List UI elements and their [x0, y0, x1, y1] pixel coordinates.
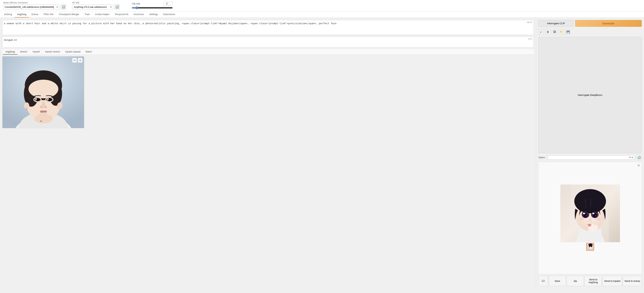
- styles-label: Styles: [538, 156, 546, 159]
- positive-prompt-count: 36/75: [527, 21, 532, 23]
- source-image: [2, 56, 84, 128]
- generated-image-svg: [560, 185, 620, 242]
- clip-skip-value[interactable]: [164, 2, 173, 5]
- svg-point-47: [592, 213, 594, 214]
- subtab-sketch[interactable]: Sketch: [17, 49, 30, 54]
- vae-refresh-btn[interactable]: 🔄: [114, 4, 120, 10]
- checkpoint-section: Stable Diffusion checkpoint CounterfeitV…: [3, 1, 66, 10]
- right-panel: Interrogate CLIP Generate ↙ 🗑 🖼 📁 💾 Inte…: [536, 18, 644, 288]
- styles-chevron-icon[interactable]: ▾: [632, 156, 633, 159]
- svg-point-20: [48, 99, 49, 100]
- nav-tabs: txt2img img2img Extras PNG Info Checkpoi…: [0, 11, 644, 18]
- svg-point-55: [588, 244, 592, 247]
- checkpoint-select-wrap: CounterfeitV30_v30.safetensors [cbfba64e…: [3, 4, 66, 10]
- tab-extras[interactable]: Extras: [29, 11, 41, 17]
- main-layout: 36/75 a woman with a short hair and a wh…: [0, 18, 644, 288]
- svg-point-28: [57, 102, 62, 109]
- folder-open-icon: 🖂: [542, 279, 545, 283]
- subtab-inpaint-sketch[interactable]: Inpaint sketch: [42, 49, 62, 54]
- negative-prompt-area: 1/75 dongwm-nt: [2, 36, 534, 48]
- positive-prompt-textarea[interactable]: a woman with a short hair and a white sh…: [4, 21, 532, 33]
- svg-point-22: [45, 106, 47, 108]
- tab-png-info[interactable]: PNG Info: [41, 11, 56, 17]
- negative-prompt-textarea[interactable]: dongwm-nt: [4, 38, 532, 45]
- subtab-img2img[interactable]: img2img: [3, 49, 17, 54]
- svg-point-29: [26, 108, 27, 109]
- svg-point-40: [586, 215, 587, 216]
- subtab-batch[interactable]: Batch: [83, 49, 94, 54]
- image-icon-btn[interactable]: 🖼: [552, 29, 557, 35]
- generated-image: [560, 185, 620, 242]
- clip-skip-section: Clip skip: [132, 2, 173, 9]
- tab-checkpoint-merger[interactable]: Checkpoint Merger: [56, 11, 82, 17]
- checkpoint-select-container[interactable]: CounterfeitV30_v30.safetensors [cbfba64e…: [3, 4, 60, 9]
- top-bar: Stable Diffusion checkpoint CounterfeitV…: [0, 0, 644, 11]
- styles-refresh-btn[interactable]: 🔄: [636, 155, 642, 160]
- source-image-box[interactable]: ✏ ✕: [2, 56, 84, 128]
- zip-icon-btn[interactable]: 💾: [565, 29, 571, 35]
- svg-point-19: [36, 99, 37, 100]
- output-thumb-strip: [586, 242, 594, 252]
- subtab-inpaint[interactable]: Inpaint: [30, 49, 42, 54]
- tab-extensions[interactable]: Extensions: [161, 11, 178, 17]
- svg-point-10: [28, 80, 58, 98]
- output-image-wrap: ✕: [538, 162, 642, 274]
- styles-select-wrap[interactable]: ✕ ▾: [548, 155, 635, 160]
- tab-txt2img[interactable]: txt2img: [2, 11, 14, 17]
- styles-row: Styles ✕ ▾ 🔄: [538, 155, 642, 160]
- send-to-img2img-btn[interactable]: Send to img2img: [584, 276, 602, 286]
- image-edit-btn[interactable]: ✏: [72, 58, 77, 63]
- svg-point-41: [583, 213, 584, 214]
- thumb-svg: [586, 243, 594, 251]
- positive-prompt-area: 36/75 a woman with a short hair and a wh…: [2, 20, 534, 35]
- vae-select[interactable]: Anything-V3.0.vae.safetensors: [72, 4, 113, 9]
- clip-skip-header: Clip skip: [132, 2, 173, 5]
- tab-img2img[interactable]: img2img: [14, 11, 29, 17]
- action-buttons: 🖂 Save Zip Send to img2img Send to inpai…: [538, 276, 642, 286]
- interrogate-deepbooru-btn[interactable]: Interrogate DeepBooru: [538, 37, 642, 153]
- svg-point-56: [589, 246, 590, 247]
- tab-mov2mov[interactable]: mov2mov: [131, 11, 147, 17]
- vae-select-container[interactable]: Anything-V3.0.vae.safetensors: [72, 4, 113, 9]
- send-to-inpaint-btn[interactable]: Send to inpaint: [602, 276, 622, 286]
- svg-point-27: [24, 102, 29, 109]
- svg-point-46: [595, 215, 596, 216]
- send-to-extras-btn[interactable]: Send to extras: [623, 276, 642, 286]
- toolbar-icons: ↙ 🗑 🖼 📁 💾: [538, 28, 642, 35]
- save-btn[interactable]: Save: [549, 276, 566, 286]
- tab-train[interactable]: Train: [82, 11, 92, 17]
- svg-point-48: [578, 217, 585, 221]
- svg-point-57: [591, 246, 592, 247]
- svg-point-26: [40, 120, 42, 122]
- zip-btn[interactable]: Zip: [567, 276, 584, 286]
- folder-icon-btn[interactable]: 📁: [558, 29, 564, 35]
- gen-section: Interrogate CLIP Generate: [538, 20, 642, 27]
- checkpoint-refresh-btn[interactable]: 🔄: [60, 4, 66, 10]
- checkpoint-select[interactable]: CounterfeitV30_v30.safetensors [cbfba64e…: [3, 4, 60, 9]
- svg-point-21: [40, 106, 42, 108]
- image-area: ✏ ✕: [2, 56, 534, 128]
- styles-clear-icon[interactable]: ✕: [628, 156, 630, 159]
- interrogate-clip-btn[interactable]: Interrogate CLIP: [538, 20, 574, 27]
- tab-settings[interactable]: Settings: [147, 11, 161, 17]
- tab-civitai-helper[interactable]: Civitai Helper: [92, 11, 112, 17]
- output-thumb-1[interactable]: [586, 243, 594, 251]
- svg-point-35: [574, 189, 606, 213]
- send-to-img2img-icon-btn[interactable]: ↙: [538, 29, 544, 35]
- output-close-btn[interactable]: ✕: [637, 163, 640, 168]
- subtab-inpaint-upload[interactable]: Inpaint upload: [62, 49, 83, 54]
- generate-btn[interactable]: Generate: [575, 20, 642, 27]
- svg-point-49: [595, 217, 602, 221]
- left-panel: 36/75 a woman with a short hair and a wh…: [0, 18, 536, 288]
- source-image-svg: [2, 56, 84, 128]
- trash-icon-btn[interactable]: 🗑: [545, 29, 551, 35]
- vae-label: SD VAE: [72, 1, 120, 4]
- vae-select-wrap: Anything-V3.0.vae.safetensors 🔄: [72, 4, 120, 10]
- clip-skip-slider[interactable]: [132, 6, 173, 9]
- empty-area: [86, 56, 534, 128]
- tab-temporal-kit[interactable]: Temporal-Kit: [112, 11, 131, 17]
- vae-section: SD VAE Anything-V3.0.vae.safetensors 🔄: [72, 1, 120, 10]
- open-folder-btn[interactable]: 🖂: [538, 276, 548, 286]
- image-close-btn[interactable]: ✕: [78, 58, 82, 63]
- checkpoint-label: Stable Diffusion checkpoint: [3, 1, 66, 4]
